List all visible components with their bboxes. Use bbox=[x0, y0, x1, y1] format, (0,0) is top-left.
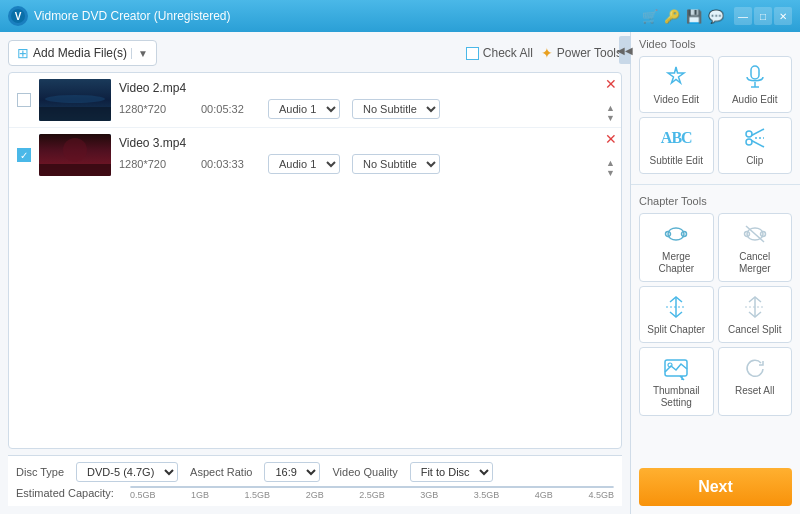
cancel-split-label: Cancel Split bbox=[728, 324, 781, 336]
capacity-bar-container: Estimated Capacity: 0.5GB 0.5GB 1GB 1.5G… bbox=[16, 486, 614, 500]
toolbar: ⊞ Add Media File(s) ▼ Check All ✦ Power … bbox=[8, 40, 622, 66]
media-resolution-1: 1280*720 bbox=[119, 103, 189, 115]
audio-edit-icon bbox=[739, 63, 771, 91]
reorder-2[interactable]: ▲ ▼ bbox=[606, 159, 615, 178]
thumbnail-setting-button[interactable]: Thumbnail Setting bbox=[639, 347, 714, 416]
split-chapter-icon bbox=[660, 293, 692, 321]
subtitle-select-1[interactable]: No Subtitle Subtitle bbox=[352, 99, 440, 119]
media-duration-1: 00:05:32 bbox=[201, 103, 256, 115]
merge-chapter-button[interactable]: Merge Chapter bbox=[639, 213, 714, 282]
subtitle-edit-icon: ABC bbox=[660, 124, 692, 152]
aspect-ratio-select[interactable]: 16:9 4:3 bbox=[264, 462, 320, 482]
media-item: Video 2.mp4 1280*720 00:05:32 Audio 1 No… bbox=[9, 73, 621, 128]
tick-0: 0.5GB bbox=[130, 490, 156, 500]
tick-7: 4GB bbox=[535, 490, 553, 500]
video-tools-title: Video Tools bbox=[639, 38, 792, 50]
cancel-merger-label: Cancel Merger bbox=[723, 251, 788, 275]
disc-type-select[interactable]: DVD-5 (4.7G) DVD-9 (8.5G) bbox=[76, 462, 178, 482]
media-duration-2: 00:03:33 bbox=[201, 158, 256, 170]
panel-collapse-button[interactable]: ◀◀ bbox=[619, 36, 631, 64]
clip-icon bbox=[739, 124, 771, 152]
check-all-checkbox[interactable] bbox=[466, 47, 479, 60]
subtitle-edit-label: Subtitle Edit bbox=[650, 155, 703, 167]
key-icon[interactable]: 🔑 bbox=[664, 9, 680, 24]
next-button[interactable]: Next bbox=[639, 468, 792, 506]
tick-8: 4.5GB bbox=[588, 490, 614, 500]
clip-button[interactable]: Clip bbox=[718, 117, 793, 174]
capacity-bar: 0.5GB bbox=[130, 486, 614, 488]
video-tools-grid: Video Edit Audio Edit bbox=[639, 56, 792, 174]
check-all-label: Check All bbox=[483, 46, 533, 60]
audio-select-1[interactable]: Audio 1 bbox=[268, 99, 340, 119]
media-resolution-2: 1280*720 bbox=[119, 158, 189, 170]
video-edit-button[interactable]: Video Edit bbox=[639, 56, 714, 113]
cancel-split-button[interactable]: Cancel Split bbox=[718, 286, 793, 343]
reset-all-icon bbox=[739, 354, 771, 382]
maximize-button[interactable]: □ bbox=[754, 7, 772, 25]
video-edit-label: Video Edit bbox=[654, 94, 699, 106]
clip-label: Clip bbox=[746, 155, 763, 167]
cancel-split-icon bbox=[739, 293, 771, 321]
reorder-up-icon: ▲ bbox=[606, 104, 615, 113]
reorder-down-icon: ▼ bbox=[606, 114, 615, 123]
video-tools-section: Video Tools Video Edit bbox=[631, 32, 800, 180]
media-meta-2: 1280*720 00:03:33 Audio 1 No Subtitle Su… bbox=[119, 154, 613, 174]
minimize-button[interactable]: — bbox=[734, 7, 752, 25]
subtitle-select-2[interactable]: No Subtitle Subtitle bbox=[352, 154, 440, 174]
dropdown-arrow-icon[interactable]: ▼ bbox=[131, 48, 148, 59]
media-meta-1: 1280*720 00:05:32 Audio 1 No Subtitle Su… bbox=[119, 99, 613, 119]
split-chapter-button[interactable]: Split Chapter bbox=[639, 286, 714, 343]
media-checkbox-2[interactable] bbox=[17, 148, 31, 162]
close-button[interactable]: ✕ bbox=[774, 7, 792, 25]
svg-line-13 bbox=[751, 129, 764, 136]
reorder-up-icon-2: ▲ bbox=[606, 159, 615, 168]
media-name-1: Video 2.mp4 bbox=[119, 81, 613, 95]
title-bar-icons: 🛒 🔑 💾 💬 bbox=[642, 9, 724, 24]
media-info-1: Video 2.mp4 1280*720 00:05:32 Audio 1 No… bbox=[119, 81, 613, 119]
remove-button-2[interactable]: ✕ bbox=[605, 132, 617, 146]
audio-edit-button[interactable]: Audio Edit bbox=[718, 56, 793, 113]
window-controls: — □ ✕ bbox=[734, 7, 792, 25]
svg-rect-6 bbox=[39, 164, 111, 176]
cart-icon[interactable]: 🛒 bbox=[642, 9, 658, 24]
bottom-controls: Disc Type DVD-5 (4.7G) DVD-9 (8.5G) Aspe… bbox=[16, 462, 614, 482]
merge-chapter-icon bbox=[660, 220, 692, 248]
power-tools-icon: ✦ bbox=[541, 45, 553, 61]
audio-select-2[interactable]: Audio 1 bbox=[268, 154, 340, 174]
save-icon[interactable]: 💾 bbox=[686, 9, 702, 24]
tick-1: 1GB bbox=[191, 490, 209, 500]
help-icon[interactable]: 💬 bbox=[708, 9, 724, 24]
media-list: Video 2.mp4 1280*720 00:05:32 Audio 1 No… bbox=[8, 72, 622, 449]
svg-point-7 bbox=[63, 138, 87, 162]
media-name-2: Video 3.mp4 bbox=[119, 136, 613, 150]
thumbnail-setting-icon bbox=[660, 354, 692, 382]
cancel-merger-button[interactable]: Cancel Merger bbox=[718, 213, 793, 282]
thumb-gradient-1 bbox=[39, 79, 111, 121]
app-logo: V bbox=[8, 6, 28, 26]
media-thumbnail-1 bbox=[39, 79, 111, 121]
media-item-2: Video 3.mp4 1280*720 00:03:33 Audio 1 No… bbox=[9, 128, 621, 182]
remove-button-1[interactable]: ✕ bbox=[605, 77, 617, 91]
reorder-down-icon-2: ▼ bbox=[606, 169, 615, 178]
svg-point-12 bbox=[746, 139, 752, 145]
svg-text:V: V bbox=[15, 11, 22, 22]
check-all-area: Check All bbox=[466, 46, 533, 60]
media-checkbox-1[interactable] bbox=[17, 93, 31, 107]
media-info-2: Video 3.mp4 1280*720 00:03:33 Audio 1 No… bbox=[119, 136, 613, 174]
capacity-ticks: 0.5GB 1GB 1.5GB 2GB 2.5GB 3GB 3.5GB 4GB … bbox=[130, 490, 614, 500]
subtitle-edit-button[interactable]: ABC Subtitle Edit bbox=[639, 117, 714, 174]
video-quality-select[interactable]: Fit to Disc High Medium bbox=[410, 462, 493, 482]
power-tools-label: Power Tools bbox=[557, 46, 622, 60]
reorder-1[interactable]: ▲ ▼ bbox=[606, 104, 615, 123]
add-media-button[interactable]: ⊞ Add Media File(s) ▼ bbox=[8, 40, 157, 66]
left-panel: ⊞ Add Media File(s) ▼ Check All ✦ Power … bbox=[0, 32, 630, 514]
tick-2: 1.5GB bbox=[245, 490, 271, 500]
title-bar: V Vidmore DVD Creator (Unregistered) 🛒 🔑… bbox=[0, 0, 800, 32]
svg-rect-3 bbox=[39, 107, 111, 121]
tick-4: 2.5GB bbox=[359, 490, 385, 500]
divider-1 bbox=[631, 184, 800, 185]
video-edit-icon bbox=[660, 63, 692, 91]
power-tools-button[interactable]: ✦ Power Tools bbox=[541, 45, 622, 61]
reset-all-button[interactable]: Reset All bbox=[718, 347, 793, 416]
svg-point-11 bbox=[746, 131, 752, 137]
